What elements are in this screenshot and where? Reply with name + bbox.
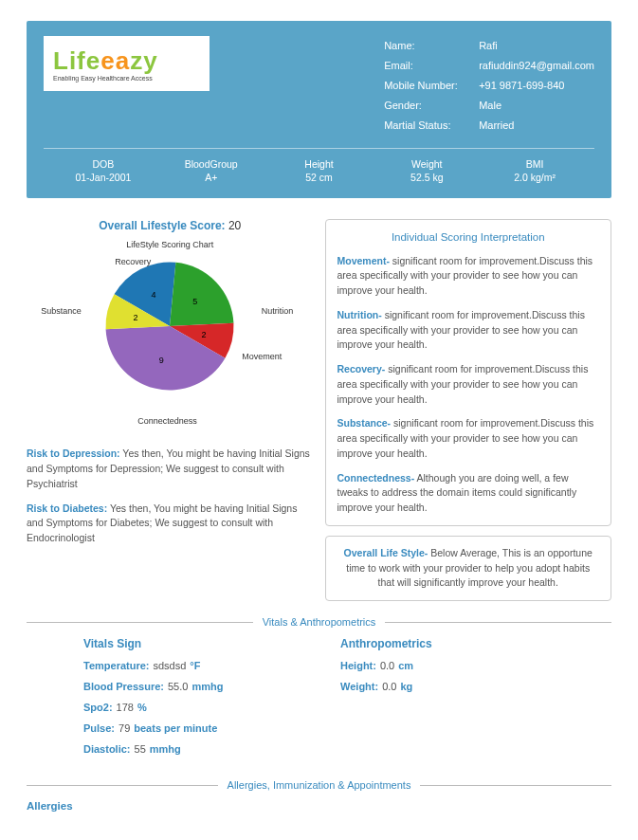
col-left: Overall Lifestyle Score: 20 LifeStyle Sc…: [27, 219, 314, 601]
bp-value: 55.0: [164, 681, 191, 692]
divider-line-left2: [27, 785, 218, 786]
label-recovery: Recovery: [115, 257, 151, 266]
email-value: rafiuddin924@gmail.com: [479, 56, 594, 76]
temp-unit: °F: [190, 660, 200, 671]
stat-height: Height52 cm: [265, 158, 374, 183]
anthro-heading: Anthropometrics: [340, 637, 555, 650]
name-value: Rafi: [479, 36, 498, 56]
diastolic-label: Diastolic:: [83, 743, 131, 755]
chart-title: LifeStyle Scoring Chart: [37, 240, 302, 249]
pie-slice-nutrition: [170, 263, 233, 326]
logo-part1: Life: [53, 46, 100, 75]
weight-label: Weight: [373, 158, 481, 170]
dob-value: 01-Jan-2001: [49, 172, 157, 183]
weight-value: 52.5 kg: [373, 172, 481, 183]
dob-label: DOB: [49, 158, 157, 170]
divider-vitals-label: Vitals & Anthropometrics: [253, 616, 386, 628]
logo-part2: ea: [100, 46, 130, 75]
temp-label: Temperature:: [83, 660, 149, 671]
logo: Lifeeazy Enabling Easy Healthcare Access: [44, 36, 210, 91]
vitals-columns: Vitals Sign Temperature:sdsdsd°F Blood P…: [27, 637, 611, 764]
aweight-label: Weight:: [340, 681, 378, 692]
movement-label: Movement-: [337, 255, 390, 266]
name-label: Name:: [384, 36, 469, 56]
header-divider: [44, 148, 594, 149]
header-top: Lifeeazy Enabling Easy Healthcare Access…: [44, 36, 594, 135]
score-value: 20: [228, 219, 241, 232]
pie-svg: 45292: [99, 255, 241, 397]
row-temperature: Temperature:sdsdsd°F: [83, 660, 321, 671]
vitals-sign-col: Vitals Sign Temperature:sdsdsd°F Blood P…: [83, 637, 321, 764]
risk-depression: Risk to Depression: Yes then, You might …: [27, 447, 314, 491]
row-diastolic: Diastolic:55mmhg: [83, 743, 321, 755]
mobile-label: Mobile Number:: [384, 76, 469, 96]
stat-weight: Weight52.5 kg: [373, 158, 481, 183]
divider-vitals: Vitals & Anthropometrics: [27, 616, 611, 628]
substance-label: Substance-: [337, 417, 392, 429]
aheight-label: Height:: [340, 660, 376, 671]
gender-label: Gender:: [384, 96, 469, 116]
score-label: Overall Lifestyle Score:: [99, 219, 225, 232]
nutrition-label: Nutrition-: [337, 309, 382, 320]
body-columns: Overall Lifestyle Score: 20 LifeStyle Sc…: [27, 219, 611, 601]
header-card: Lifeeazy Enabling Easy Healthcare Access…: [27, 21, 611, 198]
overall-box: Overall Life Style- Below Average, This …: [325, 536, 612, 601]
mobile-value: +91 9871-699-840: [479, 76, 564, 96]
pie-value-connectedness: 9: [159, 356, 164, 366]
bmi-value: 2.0 kg/m²: [481, 172, 589, 183]
divider-allergies: Allergies, Immunization & Appointments: [27, 779, 611, 791]
pulse-value: 79: [115, 722, 134, 734]
pulse-unit: beats per minute: [134, 722, 217, 734]
connectedness-label: Connectedness-: [337, 472, 415, 484]
pie-value-recovery: 4: [152, 290, 156, 300]
row-spo2: Spo2:178%: [83, 702, 321, 713]
interpretation-title: Individual Scoring Interpretation: [337, 229, 600, 246]
label-substance: Substance: [41, 306, 82, 316]
divider-line-left: [27, 622, 253, 623]
logo-text: Lifeeazy: [53, 48, 200, 73]
gender-value: Male: [479, 96, 501, 116]
logo-tagline: Enabling Easy Healthcare Access: [53, 75, 200, 82]
martial-value: Married: [479, 116, 514, 136]
height-label: Height: [265, 158, 374, 170]
logo-part3: zy: [130, 46, 157, 75]
bmi-label: BMI: [481, 158, 589, 170]
spo2-value: 178: [113, 702, 137, 713]
pulse-label: Pulse:: [83, 722, 115, 734]
row-anthro-height: Height:0.0cm: [340, 660, 555, 671]
vitals-heading: Vitals Sign: [83, 637, 321, 650]
aweight-value: 0.0: [378, 681, 400, 692]
divider-allergies-label: Allergies, Immunization & Appointments: [218, 779, 421, 791]
stat-blood: BloodGroupA+: [157, 158, 265, 183]
row-pulse: Pulse:79beats per minute: [83, 722, 321, 734]
risk-depression-label: Risk to Depression:: [27, 447, 120, 459]
height-value: 52 cm: [265, 172, 374, 183]
bp-unit: mmhg: [191, 681, 223, 692]
pie-value-nutrition: 5: [193, 298, 198, 307]
anthro-col: Anthropometrics Height:0.0cm Weight:0.0k…: [340, 637, 555, 764]
aheight-value: 0.0: [376, 660, 398, 671]
interpretation-box: Individual Scoring Interpretation Moveme…: [325, 219, 612, 526]
spo2-unit: %: [137, 702, 147, 713]
diastolic-value: 55: [131, 743, 150, 755]
bp-label: Blood Pressure:: [83, 681, 164, 692]
label-movement: Movement: [242, 352, 282, 361]
label-nutrition: Nutrition: [262, 306, 294, 316]
divider-line-right2: [420, 785, 611, 786]
overall-label: Overall Life Style-: [344, 547, 428, 558]
allergies-heading: Allergies: [27, 800, 611, 812]
aheight-unit: cm: [398, 660, 413, 671]
label-connectedness: Connectedness: [137, 416, 197, 426]
pie-value-substance: 2: [134, 314, 138, 323]
diastolic-unit: mmhg: [150, 743, 181, 755]
stat-bmi: BMI2.0 kg/m²: [481, 158, 589, 183]
report-page: Lifeeazy Enabling Easy Healthcare Access…: [0, 0, 638, 840]
temp-value: sdsdsd: [149, 660, 190, 671]
row-anthro-weight: Weight:0.0kg: [340, 681, 555, 692]
stat-dob: DOB01-Jan-2001: [49, 158, 157, 183]
col-right: Individual Scoring Interpretation Moveme…: [325, 219, 612, 601]
blood-value: A+: [157, 172, 265, 183]
spo2-label: Spo2:: [83, 702, 113, 713]
row-bp: Blood Pressure:55.0mmhg: [83, 681, 321, 692]
profile-info: Name:Rafi Email:rafiuddin924@gmail.com M…: [384, 36, 594, 135]
